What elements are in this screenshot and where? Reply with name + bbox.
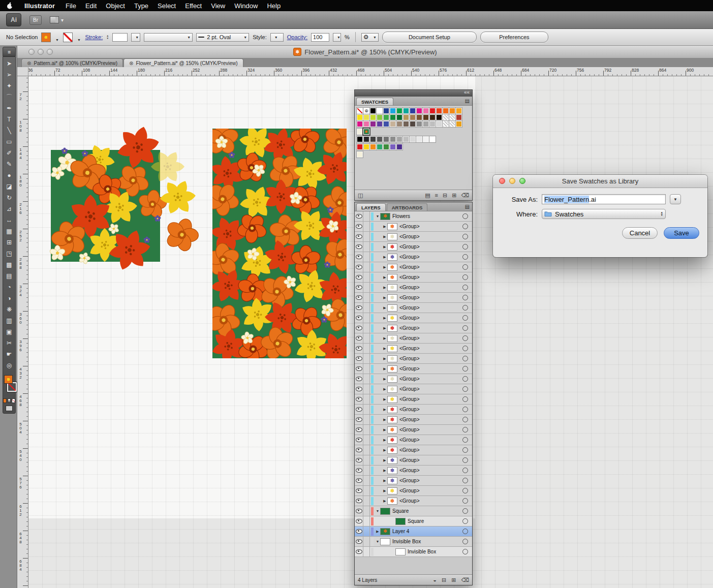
visibility-toggle[interactable] <box>355 435 363 445</box>
delete-layer-icon[interactable]: ⌫ <box>461 577 469 583</box>
save-button[interactable]: Save <box>664 227 699 239</box>
perspective-grid-tool[interactable]: ◳ <box>3 248 15 259</box>
disclosure-triangle[interactable]: ▶ <box>375 530 380 534</box>
lock-toggle[interactable] <box>363 293 370 303</box>
visibility-toggle[interactable] <box>355 333 363 344</box>
delete-swatch-icon[interactable]: ⌫ <box>461 192 469 199</box>
filename-field[interactable]: Flower_Pattern.ai <box>542 194 666 204</box>
disclosure-triangle[interactable]: ▼ <box>375 540 380 543</box>
layer-row-flowers[interactable]: ▼✽Flowers <box>355 211 472 222</box>
group-row-group[interactable]: ▶✽<Group> <box>355 486 472 496</box>
visibility-toggle[interactable] <box>355 455 363 466</box>
lasso-tool[interactable]: ⌒ <box>3 91 15 103</box>
lock-toggle[interactable] <box>363 455 370 466</box>
item-row-invisiblebox[interactable]: Invisible Box <box>355 547 472 557</box>
screen-mode-button[interactable] <box>6 406 13 411</box>
group-row-group[interactable]: ▶✽<Group> <box>355 323 472 333</box>
visibility-toggle[interactable] <box>355 496 363 506</box>
new-color-group-icon[interactable]: ⊟ <box>443 192 447 199</box>
opacity-field[interactable]: 100 <box>311 33 329 42</box>
tab-layers[interactable]: LAYERS <box>356 203 386 211</box>
disclosure-triangle[interactable]: ▶ <box>382 499 387 503</box>
document-setup-button[interactable]: Document Setup <box>382 32 477 43</box>
group-row-group[interactable]: ▶✽<Group> <box>355 455 472 466</box>
swatch[interactable] <box>390 108 396 114</box>
target-circle[interactable] <box>462 366 468 372</box>
visibility-toggle[interactable] <box>355 374 363 384</box>
width-tool[interactable]: ↔ <box>3 214 15 226</box>
group-row-group[interactable]: ▶✽<Group> <box>355 303 472 313</box>
group-row-group[interactable]: ▶✽<Group> <box>355 435 472 445</box>
swatch[interactable] <box>436 108 442 114</box>
target-circle[interactable] <box>462 346 468 351</box>
free-transform-tool[interactable]: ▦ <box>3 226 15 237</box>
lock-toggle[interactable] <box>363 516 370 527</box>
group-row-group[interactable]: ▶✽<Group> <box>355 374 472 384</box>
new-swatch-icon[interactable]: ⊞ <box>452 192 456 199</box>
blend-tool[interactable]: ◑ <box>3 293 15 304</box>
eraser-tool[interactable]: ◪ <box>3 181 15 192</box>
type-tool[interactable]: T <box>3 114 15 125</box>
expand-dialog-button[interactable]: ▼ <box>670 194 681 204</box>
visibility-toggle[interactable] <box>355 293 363 303</box>
swatch[interactable] <box>363 121 369 127</box>
disclosure-triangle[interactable]: ▶ <box>382 448 387 452</box>
swatch[interactable] <box>396 136 402 142</box>
swatch[interactable] <box>370 144 376 150</box>
swatch[interactable] <box>416 108 422 114</box>
lock-toggle[interactable] <box>363 415 370 425</box>
swatch[interactable] <box>357 144 363 150</box>
swatch[interactable] <box>396 114 402 120</box>
disclosure-triangle[interactable]: ▶ <box>382 316 387 320</box>
target-circle[interactable] <box>462 264 468 270</box>
visibility-toggle[interactable] <box>355 516 363 527</box>
target-circle[interactable] <box>462 396 468 402</box>
swatch[interactable] <box>410 108 416 114</box>
visibility-toggle[interactable] <box>355 283 363 293</box>
lock-toggle[interactable] <box>363 323 370 333</box>
group-row-group[interactable]: ▶✽<Group> <box>355 283 472 293</box>
target-circle[interactable] <box>462 417 468 422</box>
lock-toggle[interactable] <box>363 333 370 344</box>
swatch[interactable] <box>403 108 409 114</box>
disclosure-triangle[interactable]: ▶ <box>382 255 387 259</box>
lock-toggle[interactable] <box>363 435 370 445</box>
lock-toggle[interactable] <box>363 344 370 354</box>
eyedropper-tool[interactable]: ◔ <box>3 282 15 293</box>
lock-toggle[interactable] <box>363 374 370 384</box>
swatch[interactable] <box>416 114 422 120</box>
disclosure-triangle[interactable]: ▶ <box>382 377 387 381</box>
menu-app-name[interactable]: Illustrator <box>20 2 59 10</box>
group-row-group[interactable]: ▶✽<Group> <box>355 252 472 262</box>
lock-toggle[interactable] <box>363 283 370 293</box>
swatch[interactable] <box>370 108 376 114</box>
slice-tool[interactable]: ✂ <box>3 337 15 349</box>
swatch[interactable] <box>423 108 429 114</box>
group-row-group[interactable]: ▶✽<Group> <box>355 232 472 242</box>
target-circle[interactable] <box>462 447 468 453</box>
swatch[interactable] <box>377 136 383 142</box>
swatch[interactable] <box>357 121 363 127</box>
target-circle[interactable] <box>462 244 468 250</box>
style-dropdown[interactable]: ▼ <box>270 33 284 42</box>
group-row-group[interactable]: ▶✽<Group> <box>355 445 472 455</box>
swatch[interactable] <box>436 114 442 120</box>
visibility-toggle[interactable] <box>355 303 363 313</box>
swatch[interactable] <box>403 136 409 142</box>
document-tab-1[interactable]: ⊗Pattern.ai* @ 100% (CMYK/Preview) <box>21 58 123 67</box>
gradient-tool[interactable]: ▤ <box>3 270 15 282</box>
swatch[interactable] <box>377 108 383 114</box>
group-row-group[interactable]: ▶✽<Group> <box>355 344 472 354</box>
lock-toggle[interactable] <box>363 262 370 272</box>
direct-selection-tool[interactable]: ➢ <box>3 69 15 80</box>
swatch[interactable] <box>357 136 363 142</box>
lock-toggle[interactable] <box>363 211 370 222</box>
group-row-group[interactable]: ▶✽<Group> <box>355 222 472 232</box>
swatch-options-icon[interactable]: ≡ <box>435 192 438 198</box>
lock-toggle[interactable] <box>363 272 370 283</box>
make-clipping-mask-icon[interactable]: ◒ <box>433 577 437 583</box>
target-circle[interactable] <box>462 356 468 361</box>
lock-toggle[interactable] <box>363 445 370 455</box>
swatch[interactable] <box>390 144 396 150</box>
disclosure-triangle[interactable]: ▶ <box>382 479 387 483</box>
